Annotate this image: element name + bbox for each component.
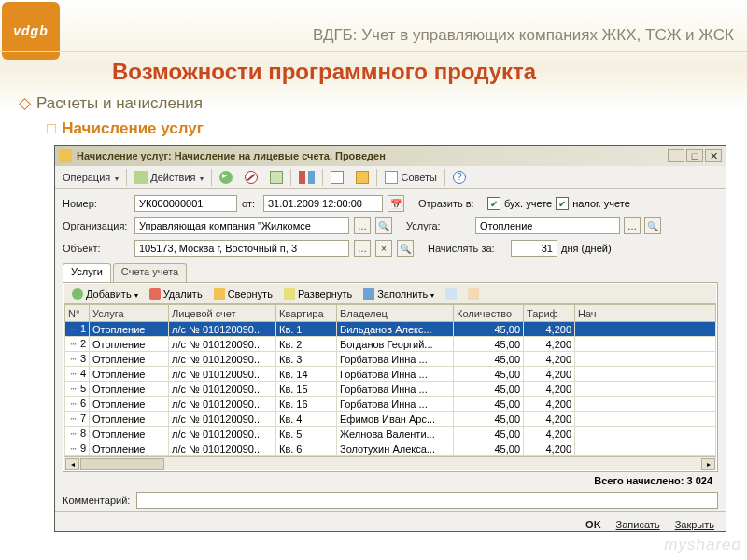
col-header[interactable]: Владелец — [337, 305, 454, 322]
help-button[interactable]: ? — [447, 168, 472, 187]
service-field[interactable] — [475, 217, 620, 234]
bu-checkbox[interactable]: ✔ — [487, 197, 500, 210]
min-button[interactable]: _ — [668, 149, 684, 162]
actions-menu[interactable]: Действия — [129, 168, 209, 187]
fill-icon — [363, 288, 374, 300]
obj-label: Объект: — [63, 243, 130, 254]
col-header[interactable]: Лицевой счет — [169, 305, 276, 322]
grid-panel: Добавить Удалить Свернуть Развернуть Зап… — [63, 282, 718, 472]
table-row[interactable]: ⋯5Отоплениел/с № 010120090...Кв. 15Горба… — [65, 382, 716, 397]
org-pick-button[interactable]: … — [354, 217, 371, 234]
dialog-footer: OK Записать Закрыть — [55, 511, 726, 536]
number-label: Номер: — [63, 198, 130, 209]
delete-button[interactable]: Удалить — [145, 286, 207, 302]
add-button[interactable]: Добавить — [67, 286, 143, 302]
close-dialog-button[interactable]: Закрыть — [675, 519, 714, 530]
forbid-icon — [245, 171, 258, 184]
bullet-level1: Расчеты и начисления — [19, 93, 203, 113]
table-row[interactable]: ⋯8Отоплениел/с № 010120090...Кв. 5Желнов… — [65, 427, 716, 441]
col-header[interactable]: Количество — [454, 305, 524, 322]
org-label: Организация: — [63, 220, 130, 231]
table-row[interactable]: ⋯1Отоплениел/с № 010120090...Кв. 1Бильда… — [65, 322, 716, 337]
tab-accounts[interactable]: Счета учета — [113, 263, 187, 282]
grid-total: Всего начислено: 3 024 — [63, 472, 718, 489]
scroll-thumb[interactable] — [80, 458, 164, 470]
obj-field[interactable] — [134, 240, 349, 257]
plus-icon — [72, 288, 83, 300]
tree-icon — [331, 171, 344, 184]
col-header[interactable]: Тариф — [524, 305, 575, 322]
days-unit: дня (дней) — [561, 243, 612, 254]
table-row[interactable]: ⋯9Отоплениел/с № 010120090...Кв. 6Золоту… — [65, 441, 716, 456]
expand-button[interactable]: Развернуть — [279, 286, 357, 302]
h-scrollbar[interactable]: ◂ ▸ — [64, 456, 716, 470]
col-header[interactable]: Услуга — [90, 305, 169, 322]
obj-pick-button[interactable]: … — [354, 240, 371, 257]
data-grid[interactable]: N°УслугаЛицевой счетКвартираВладелецКоли… — [64, 304, 716, 456]
date-label: от: — [242, 198, 259, 209]
tree-button[interactable] — [325, 168, 349, 187]
comment-field[interactable] — [136, 492, 718, 509]
app-icon — [59, 149, 72, 162]
col-header[interactable]: N° — [65, 305, 90, 322]
calendar-button[interactable]: 📅 — [388, 195, 404, 212]
days-field[interactable] — [511, 240, 557, 257]
hold-button[interactable] — [239, 168, 263, 187]
save-button[interactable]: Записать — [616, 519, 660, 530]
divider — [0, 51, 747, 52]
watermark: myshared — [664, 536, 741, 554]
table-row[interactable]: ⋯6Отоплениел/с № 010120090...Кв. 16Горба… — [65, 397, 716, 412]
doc-icon — [270, 171, 283, 184]
obj-open-button[interactable]: 🔍 — [397, 240, 414, 257]
scroll-left-button[interactable]: ◂ — [65, 458, 79, 470]
collapse-icon — [214, 288, 225, 300]
sort1-button[interactable] — [441, 286, 461, 302]
table-row[interactable]: ⋯7Отоплениел/с № 010120090...Кв. 4Ефимов… — [65, 412, 716, 427]
service-pick-button[interactable]: … — [624, 217, 641, 234]
close-button[interactable]: ✕ — [705, 149, 722, 162]
struct-button[interactable] — [350, 168, 374, 187]
bulb-icon — [385, 171, 398, 184]
scroll-right-button[interactable]: ▸ — [701, 458, 715, 470]
app-window: Начисление услуг: Начисление на лицевые … — [54, 145, 726, 532]
collapse-button[interactable]: Свернуть — [209, 286, 277, 302]
expand-icon — [284, 288, 295, 300]
org-open-button[interactable]: 🔍 — [375, 217, 392, 234]
dt-icon — [299, 171, 305, 184]
ok-button[interactable]: OK — [585, 519, 601, 530]
fill-button[interactable]: Заполнить — [359, 286, 439, 302]
form-area: Номер: от: 📅 Отразить в: ✔ бух. учете ✔ … — [55, 189, 726, 489]
window-titlebar: Начисление услуг: Начисление на лицевые … — [55, 146, 726, 166]
bullet-level2: Начисление услуг — [47, 119, 204, 138]
reflect-label: Отразить в: — [418, 198, 484, 209]
accrue-label: Начислять за: — [428, 243, 507, 254]
org-field[interactable] — [134, 217, 349, 234]
obj-clear-button[interactable]: × — [375, 240, 392, 257]
table-row[interactable]: ⋯4Отоплениел/с № 010120090...Кв. 14Горба… — [65, 367, 716, 382]
sort-desc-icon — [468, 288, 479, 300]
sort-asc-icon — [445, 288, 457, 300]
col-header[interactable]: Нач — [575, 305, 716, 322]
brand-line: ВДГБ: Учет в управляющих компаниях ЖКХ, … — [313, 26, 734, 45]
date-field[interactable] — [263, 195, 383, 212]
trash-icon — [149, 288, 161, 300]
max-button[interactable]: □ — [686, 149, 703, 162]
bu-label: бух. учете — [504, 198, 552, 209]
nu-label: налог. учете — [572, 198, 630, 209]
tab-services[interactable]: Услуги — [63, 263, 111, 282]
table-row[interactable]: ⋯3Отоплениел/с № 010120090...Кв. 3Горбат… — [65, 352, 716, 367]
tips-button[interactable]: Советы — [379, 168, 442, 187]
number-field[interactable] — [134, 195, 237, 212]
operation-menu[interactable]: Операция — [57, 168, 124, 187]
table-row[interactable]: ⋯2Отоплениел/с № 010120090...Кв. 2Богдан… — [65, 337, 716, 352]
col-header[interactable]: Квартира — [276, 305, 337, 322]
doc-button[interactable] — [264, 168, 289, 187]
nu-checkbox[interactable]: ✔ — [556, 197, 569, 210]
window-title: Начисление услуг: Начисление на лицевые … — [77, 150, 666, 161]
service-open-button[interactable]: 🔍 — [644, 217, 661, 234]
dtkt-button[interactable] — [293, 168, 320, 187]
headline: Возможности программного продукта — [112, 59, 536, 85]
sort2-button[interactable] — [463, 286, 484, 302]
play-icon — [219, 171, 233, 184]
run-button[interactable] — [214, 168, 238, 187]
